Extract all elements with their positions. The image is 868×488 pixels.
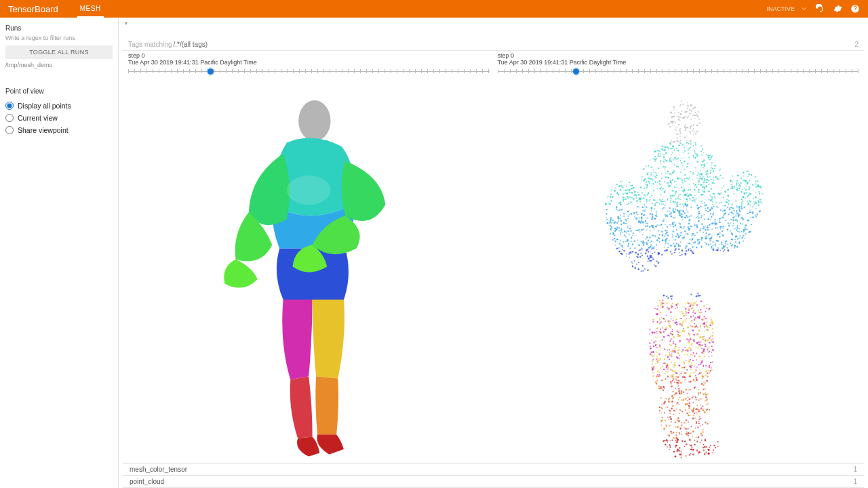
svg-point-1261 [677,376,679,378]
pointcloud-viewport[interactable] [498,81,859,460]
svg-point-1302 [678,453,680,455]
svg-point-1766 [683,197,684,198]
svg-point-40 [727,222,729,224]
step-slider-0[interactable] [128,67,490,77]
svg-point-914 [712,168,713,169]
svg-point-1996 [730,243,731,244]
svg-point-864 [673,252,675,253]
svg-point-1376 [694,150,695,151]
status-dropdown[interactable]: INACTIVE [766,5,807,12]
svg-point-1466 [750,217,751,218]
tags-filter-row[interactable]: Tags matching /.*/(all tags) 2 [123,38,864,51]
svg-point-1120 [684,129,686,131]
svg-point-2006 [739,223,741,224]
svg-point-2146 [687,163,688,164]
svg-point-1700 [695,114,697,116]
svg-point-984 [736,226,738,228]
svg-point-487 [732,222,734,224]
svg-point-162 [640,241,642,243]
refresh-icon[interactable] [815,4,825,14]
step-slider-1[interactable] [498,67,859,77]
svg-point-602 [676,449,677,450]
svg-point-613 [656,261,657,262]
svg-point-460 [692,124,694,125]
svg-point-1280 [695,399,696,401]
pov-option-current[interactable]: Current view [5,114,113,122]
svg-point-1752 [635,252,637,253]
svg-point-546 [675,159,676,161]
pov-radio-share[interactable] [5,126,14,134]
svg-point-348 [688,184,690,185]
svg-point-1265 [719,236,721,238]
svg-point-9 [692,329,694,331]
svg-point-1187 [614,238,615,239]
svg-point-2084 [614,190,615,191]
svg-point-264 [695,178,696,179]
svg-point-2113 [673,116,675,118]
svg-point-271 [744,238,745,239]
svg-point-683 [612,196,613,197]
svg-point-550 [709,364,711,365]
svg-point-1387 [698,207,700,209]
svg-point-1002 [711,323,713,325]
gear-icon[interactable] [833,4,842,14]
svg-point-1835 [739,211,741,212]
svg-point-1247 [654,215,656,216]
svg-point-1921 [625,241,626,242]
svg-point-234 [688,157,690,159]
svg-point-2163 [649,159,650,161]
svg-point-113 [694,151,695,152]
svg-point-291 [644,205,646,207]
svg-point-2030 [614,230,616,232]
svg-point-1408 [670,396,671,397]
pov-option-all[interactable]: Display all points [5,102,113,110]
svg-point-1012 [678,347,679,348]
pov-radio-all[interactable] [5,102,14,110]
svg-point-1554 [744,188,745,189]
svg-point-102 [694,144,696,146]
svg-point-2301 [686,140,687,141]
svg-point-563 [637,192,638,193]
run-path[interactable]: /tmp/mesh_demo [5,62,113,68]
svg-point-2269 [691,140,692,142]
svg-point-765 [669,340,671,342]
svg-point-882 [715,198,716,199]
svg-point-1503 [667,199,668,201]
svg-point-1736 [671,146,673,147]
runs-filter-hint[interactable]: Write a regex to filter runs [5,35,113,41]
svg-point-2342 [728,200,729,201]
svg-point-1251 [631,266,633,267]
tag-item-mesh-color-tensor[interactable]: mesh_color_tensor 1 [123,463,864,475]
svg-point-688 [625,189,627,191]
pov-option-share[interactable]: Share viewpoint [5,126,113,134]
collapse-caret-icon[interactable]: ▾ [125,20,127,26]
tab-mesh[interactable]: MESH [77,0,104,18]
svg-point-1612 [727,189,729,191]
svg-point-383 [673,451,674,452]
svg-point-1484 [703,232,704,233]
svg-point-1014 [627,230,629,232]
svg-point-1610 [685,310,686,312]
svg-point-972 [606,209,607,210]
svg-point-2049 [644,203,645,205]
pov-radio-current[interactable] [5,114,14,122]
help-icon[interactable] [850,4,860,14]
svg-point-1667 [674,217,675,218]
svg-point-2278 [722,216,723,218]
tag-item-point-cloud[interactable]: point_cloud 1 [123,475,864,488]
svg-point-2013 [680,318,682,319]
svg-point-1632 [637,268,639,270]
svg-point-673 [633,241,635,242]
svg-point-1509 [661,306,663,308]
svg-point-1335 [668,325,669,326]
svg-point-1762 [685,233,686,235]
svg-point-1079 [740,182,741,183]
svg-point-697 [668,436,669,437]
mesh-viewport[interactable] [128,81,490,460]
svg-point-2027 [668,398,670,400]
svg-point-508 [647,172,648,174]
svg-point-1971 [684,126,686,128]
toggle-all-runs-button[interactable]: TOGGLE ALL RUNS [5,45,113,59]
svg-point-1683 [702,375,704,378]
svg-point-1454 [664,191,665,192]
